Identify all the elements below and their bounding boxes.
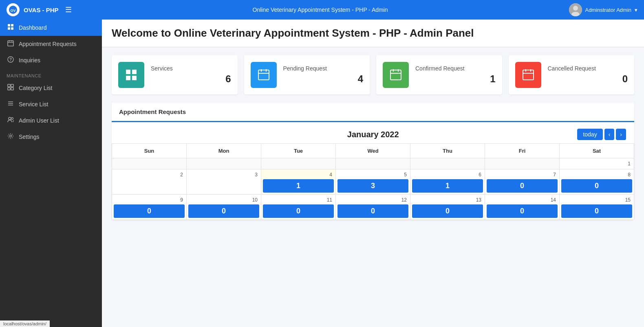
- navbar-logo: OV: [7, 3, 20, 16]
- brand-label: OVAS - PHP: [24, 7, 59, 13]
- cal-event-count[interactable]: 1: [412, 179, 483, 193]
- users-icon: [7, 116, 15, 125]
- svg-rect-29: [258, 70, 269, 80]
- cal-day-number: 14: [487, 196, 558, 204]
- cancelled-info: Cancelled Request 0: [548, 65, 628, 85]
- pending-info: Pending Request 4: [283, 65, 364, 85]
- svg-rect-37: [523, 70, 534, 80]
- sidebar-item-appointments[interactable]: Appointment Requests: [0, 36, 102, 52]
- sidebar-admin-user-label: Admin User List: [19, 117, 59, 124]
- page-header: Welcome to Online Veterinary Appointment…: [102, 20, 644, 47]
- navbar-title: Online Veterinary Appointment System - P…: [78, 7, 562, 13]
- stat-services[interactable]: Services 6: [112, 55, 238, 94]
- question-icon: ?: [7, 56, 15, 64]
- calendar-month-title: January 2022: [347, 130, 399, 139]
- cal-header-mon: Mon: [187, 144, 261, 158]
- calendar-nav-buttons: today ‹ ›: [577, 129, 626, 140]
- services-value: 6: [151, 73, 231, 85]
- calendar-cell: [485, 158, 560, 169]
- svg-rect-9: [8, 41, 13, 46]
- cal-event-count[interactable]: 1: [263, 179, 334, 193]
- calendar-cell[interactable]: 140: [485, 195, 560, 220]
- cal-day-number: 2: [114, 171, 185, 178]
- svg-rect-18: [11, 88, 13, 90]
- calendar-section: Appointment Requests January 2022 today …: [112, 103, 634, 220]
- services-icon: [118, 62, 144, 88]
- services-label: Services: [151, 65, 231, 72]
- calendar-cell[interactable]: 90: [112, 195, 187, 220]
- cal-event-count[interactable]: 0: [337, 204, 408, 218]
- cancelled-value: 0: [548, 73, 628, 85]
- confirmed-label: Confirmed Request: [415, 65, 496, 72]
- sidebar-item-service-list[interactable]: Service List: [0, 96, 102, 112]
- cancelled-icon: [515, 62, 541, 88]
- cal-event-count[interactable]: 0: [561, 179, 632, 193]
- cal-day-number: 7: [487, 171, 558, 178]
- cal-event-count[interactable]: 3: [337, 179, 408, 193]
- cal-event-count[interactable]: 0: [114, 204, 185, 218]
- calendar-cell[interactable]: 130: [410, 195, 485, 220]
- svg-rect-7: [8, 27, 10, 30]
- calendar-cell[interactable]: 120: [336, 195, 410, 220]
- sidebar-inquiries-label: Inquiries: [19, 57, 40, 64]
- status-url: localhost/ovas/admin/: [3, 321, 46, 326]
- calendar-table: Sun Mon Tue Wed Thu Fri Sat 123415361708…: [112, 143, 634, 220]
- cal-event-count[interactable]: 0: [487, 204, 558, 218]
- cal-event-count[interactable]: 0: [487, 179, 558, 193]
- cal-day-number: 1: [561, 160, 632, 167]
- services-info: Services 6: [151, 65, 231, 85]
- hamburger-icon[interactable]: ☰: [65, 5, 72, 14]
- navbar-user[interactable]: Adminstrator Admin ▾: [569, 3, 637, 16]
- grid-icon: [7, 84, 15, 92]
- calendar-cell[interactable]: 80: [560, 169, 634, 195]
- pending-label: Pending Request: [283, 65, 364, 72]
- sidebar-appointments-label: Appointment Requests: [19, 41, 77, 47]
- maintenance-section-label: Maintenance: [0, 68, 102, 80]
- calendar-cell[interactable]: 41: [261, 169, 336, 195]
- next-button[interactable]: ›: [616, 129, 626, 140]
- sidebar-item-admin-user-list[interactable]: Admin User List: [0, 112, 102, 129]
- today-button[interactable]: today: [577, 129, 602, 140]
- pending-value: 4: [283, 73, 364, 85]
- svg-rect-33: [390, 70, 401, 80]
- status-bar: localhost/ovas/admin/: [0, 320, 50, 327]
- cal-event-count[interactable]: 0: [561, 204, 632, 218]
- svg-rect-28: [132, 76, 137, 80]
- sidebar-item-inquiries[interactable]: ? Inquiries: [0, 52, 102, 68]
- cal-event-count[interactable]: 0: [263, 204, 334, 218]
- dashboard-icon: [7, 24, 15, 32]
- cal-day-number: 4: [263, 171, 334, 178]
- calendar-cell[interactable]: 53: [336, 169, 410, 195]
- cancelled-label: Cancelled Request: [548, 65, 628, 72]
- list-icon: [7, 100, 15, 108]
- cal-header-tue: Tue: [261, 144, 336, 158]
- calendar-cell[interactable]: 100: [187, 195, 261, 220]
- stat-cancelled[interactable]: Cancelled Request 0: [509, 55, 635, 94]
- sidebar-item-settings[interactable]: Settings: [0, 129, 102, 145]
- svg-rect-8: [11, 27, 13, 30]
- calendar-cell[interactable]: 110: [261, 195, 336, 220]
- navbar-brand: OV OVAS - PHP: [7, 3, 59, 16]
- cal-day-number: 9: [114, 196, 185, 204]
- stat-pending[interactable]: Pending Request 4: [244, 55, 370, 94]
- calendar-cell[interactable]: 70: [485, 169, 560, 195]
- svg-rect-5: [8, 24, 10, 26]
- prev-button[interactable]: ‹: [604, 129, 615, 140]
- cal-day-number: 5: [337, 171, 408, 178]
- cal-event-count[interactable]: 0: [412, 204, 483, 218]
- confirmed-value: 1: [415, 73, 496, 85]
- cal-day-number: 3: [188, 171, 259, 178]
- svg-rect-25: [126, 70, 130, 74]
- cal-day-number: 10: [188, 196, 259, 204]
- sidebar-service-label: Service List: [19, 101, 48, 108]
- cal-event-count[interactable]: 0: [188, 204, 259, 218]
- stat-confirmed[interactable]: Confirmed Request 1: [376, 55, 502, 94]
- calendar-cell[interactable]: 61: [410, 169, 485, 195]
- sidebar-item-dashboard[interactable]: Dashboard: [0, 20, 102, 36]
- main-content: Welcome to Online Veterinary Appointment…: [102, 20, 644, 327]
- stats-grid: Services 6 Pending Request 4 Confirm: [102, 47, 644, 103]
- calendar-cell: [261, 158, 336, 169]
- calendar-cell: [112, 158, 187, 169]
- calendar-cell[interactable]: 150: [560, 195, 634, 220]
- sidebar-item-category-list[interactable]: Category List: [0, 80, 102, 96]
